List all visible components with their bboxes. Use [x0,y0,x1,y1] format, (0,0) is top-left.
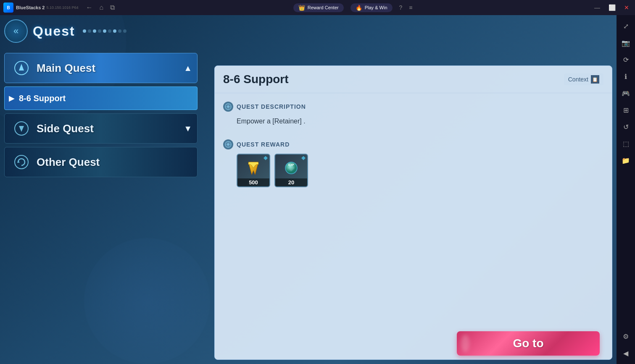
goto-label: Go to [513,337,543,350]
svg-marker-1 [19,64,24,71]
refresh-icon[interactable]: ↺ [618,119,633,134]
app-version: 5.10.150.1016 P64 [46,5,78,10]
fire-icon: 🔥 [356,5,362,11]
quest-detail-body: QUEST DESCRIPTION Empower a [Retainer] .… [215,93,612,359]
dot-7 [113,29,116,33]
reward-section-header: QUEST REWARD [223,139,603,149]
nav-buttons: ← ⌂ ⧉ [84,3,118,12]
menu-btn[interactable]: ≡ [409,4,412,11]
titlebar: B BlueStacks 2 5.10.150.1016 P64 ← ⌂ ⧉ 👑… [0,0,635,15]
reward-center-btn[interactable]: 👑 Reward Center [293,3,344,12]
sidebar-item-side-quest[interactable]: Side Quest ▼ [4,113,198,144]
subitem-label: 8-6 Support [19,94,66,103]
description-section-icon [223,102,233,112]
play-win-label: Play & Win [365,5,387,10]
info-icon[interactable]: ℹ [618,69,633,84]
reward-center-label: Reward Center [308,5,339,10]
description-section-header: QUEST DESCRIPTION [223,102,603,112]
quest-title: Quest [33,24,75,39]
titlebar-center: 👑 Reward Center 🔥 Play & Win ? ≡ [117,3,588,12]
app-name: BlueStacks 2 [16,5,45,10]
reward-section-icon [223,139,233,149]
dot-5 [103,29,106,33]
svg-point-13 [227,143,229,146]
sidebar-item-8-6-support[interactable]: ▶ 8-6 Support [4,86,198,110]
main-quest-icon [10,56,33,80]
side-quest-arrow: ▼ [184,124,192,134]
game-area: « Quest [0,15,617,364]
main-quest-arrow: ▲ [184,63,192,73]
main-quest-label: Main Quest [37,62,184,75]
expand-icon[interactable]: ⤢ [618,18,633,34]
quest-description-text: Empower a [Retainer] . [237,116,603,127]
screenshot-icon[interactable]: ⬚ [618,136,633,151]
settings-icon[interactable]: ⚙ [618,329,633,344]
back-nav-btn[interactable]: ← [84,3,95,12]
svg-point-4 [15,155,28,169]
arrow-left-icon[interactable]: ◀ [618,346,633,361]
home-nav-btn[interactable]: ⌂ [97,3,106,12]
quest-dots [83,29,126,33]
quest-menu: Main Quest ▲ ▶ 8-6 Support Side Quest ▼ [4,53,198,177]
restore-btn[interactable]: ⬜ [606,3,618,12]
camera-icon[interactable]: 📷 [618,35,633,50]
quest-detail-header: 8-6 Support Context 📋 [215,66,612,93]
reward-1-count: 500 [237,178,269,186]
svg-point-7 [227,105,229,108]
sidebar-item-other-quest[interactable]: Other Quest [4,147,198,177]
side-quest-icon [10,117,33,140]
sidebar-item-main-quest[interactable]: Main Quest ▲ [4,53,198,83]
right-sidebar: ⤢ 📷 ⟳ ℹ 🎮 ⊞ ↺ ⬚ 📁 ⚙ ◀ [617,15,635,364]
minimize-btn[interactable]: — [592,3,603,12]
quest-detail-panel: 8-6 Support Context 📋 [214,65,612,360]
window-controls: — ⬜ ✕ [592,3,632,12]
close-btn[interactable]: ✕ [622,3,632,12]
dot-8 [118,29,121,33]
folder-icon[interactable]: 📁 [618,153,633,168]
context-button[interactable]: Context 📋 [564,73,603,85]
play-win-btn[interactable]: 🔥 Play & Win [350,3,393,12]
subitem-arrow-icon: ▶ [9,94,15,103]
quest-back-button[interactable]: « [4,19,28,43]
grid-icon[interactable]: ⊞ [618,102,633,118]
context-icon: 📋 [591,75,599,84]
description-section-title: QUEST DESCRIPTION [237,103,306,110]
quest-rewards: 500 E [237,154,603,187]
side-quest-label: Side Quest [37,122,184,135]
reward-1-icon [245,159,262,178]
app-logo: B [3,3,13,13]
crown-icon: 👑 [298,5,305,11]
other-quest-icon [10,150,33,174]
dot-4 [98,29,101,33]
dot-9 [123,29,126,33]
reward-2-count: 20 [275,178,307,186]
dot-2 [88,29,91,33]
help-btn[interactable]: ? [399,4,403,11]
quest-header: « Quest [4,19,126,43]
controller-icon[interactable]: 🎮 [618,86,633,101]
rotate-icon[interactable]: ⟳ [618,52,633,67]
reward-item-2: EXP 20 [274,154,308,187]
other-quest-label: Other Quest [37,156,197,169]
reward-item-1: 500 [237,154,270,187]
dot-6 [108,29,111,33]
copy-nav-btn[interactable]: ⧉ [108,3,117,12]
reward-section-title: QUEST REWARD [237,141,290,148]
dot-1 [83,29,86,33]
dot-3 [93,29,96,33]
quest-detail-title: 8-6 Support [223,73,289,86]
context-label: Context [568,76,588,83]
svg-marker-3 [19,126,24,132]
reward-2-icon: EXP [283,159,300,178]
goto-button[interactable]: Go to [457,331,600,356]
back-arrow-icon: « [13,26,18,37]
